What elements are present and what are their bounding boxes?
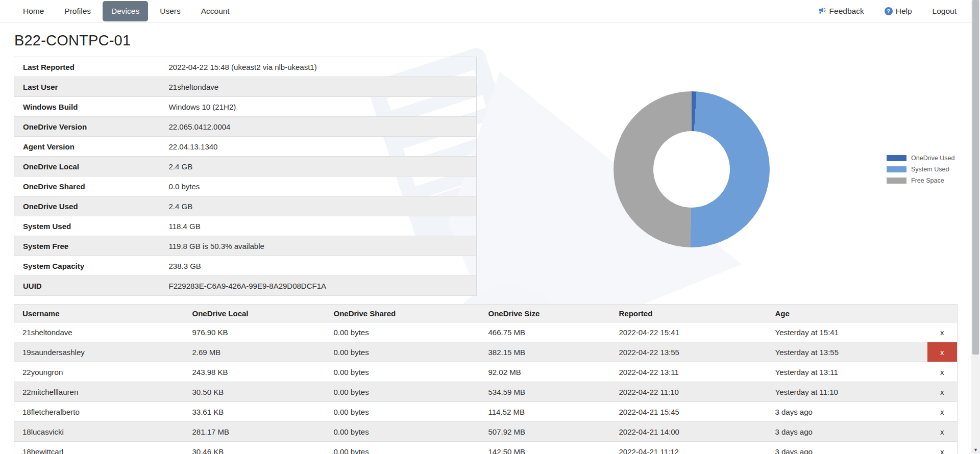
- legend-swatch-onedrive-used: [887, 155, 906, 161]
- detail-label: OneDrive Local: [14, 157, 169, 176]
- delete-user-button[interactable]: x: [927, 422, 958, 442]
- detail-row: UUIDF229283E-C6A9-426A-99E9-8A29D08DCF1A: [14, 276, 477, 296]
- cell-onedrive-local: 281.17 MB: [192, 422, 334, 442]
- col-header-age: Age: [775, 305, 927, 322]
- cell-onedrive-local: 33.61 KB: [192, 402, 334, 422]
- logout-link[interactable]: Logout: [933, 7, 957, 16]
- delete-user-button[interactable]: x: [927, 382, 958, 402]
- detail-label: System Free: [14, 236, 169, 256]
- delete-user-button[interactable]: x: [927, 442, 958, 454]
- cell-age: 3 days ago: [775, 402, 927, 422]
- storage-donut-chart[interactable]: [614, 91, 770, 247]
- detail-value: 22.04.13.1340: [169, 137, 477, 157]
- cell-onedrive-size: 507.92 MB: [488, 422, 619, 442]
- megaphone-icon: [818, 7, 826, 15]
- legend-item-free-space[interactable]: Free Space: [887, 175, 954, 186]
- legend-swatch-system-used: [887, 166, 906, 172]
- cell-onedrive-size: 114.52 MB: [488, 402, 619, 422]
- detail-row: OneDrive Used2.4 GB: [14, 196, 477, 216]
- scrollbar-down-arrow[interactable]: ▼: [971, 445, 980, 454]
- feedback-link[interactable]: Feedback: [818, 7, 864, 16]
- nav-item-devices[interactable]: Devices: [103, 1, 148, 21]
- legend-swatch-free-space: [887, 178, 906, 184]
- cell-onedrive-size: 92.02 MB: [488, 362, 619, 382]
- detail-row: OneDrive Shared0.0 bytes: [14, 176, 477, 196]
- legend-item-onedrive-used[interactable]: OneDrive Used: [887, 153, 954, 164]
- chart-legend: OneDrive Used System Used Free Space: [887, 153, 954, 186]
- cell-age: 3 days ago: [775, 422, 927, 442]
- detail-label: UUID: [14, 276, 169, 296]
- col-header-reported: Reported: [619, 305, 775, 322]
- col-header-onedrive-size: OneDrive Size: [488, 305, 619, 322]
- detail-row: Last User21sheltondave: [14, 77, 477, 97]
- nav-item-account[interactable]: Account: [192, 1, 238, 21]
- detail-value: 118.4 GB: [169, 216, 477, 236]
- table-row: 18lucasvicki 281.17 MB 0.00 bytes 507.92…: [14, 422, 958, 442]
- detail-label: Agent Version: [14, 137, 169, 157]
- legend-label: OneDrive Used: [911, 155, 954, 162]
- detail-value: 2.4 GB: [169, 157, 477, 176]
- detail-label: OneDrive Shared: [14, 176, 169, 196]
- cell-username: 18hewittcarl: [14, 442, 192, 454]
- cell-onedrive-local: 976.90 KB: [192, 322, 334, 342]
- cell-age: Yesterday at 11:10: [775, 382, 927, 402]
- detail-value: 2.4 GB: [169, 196, 477, 216]
- help-label: Help: [896, 7, 912, 16]
- delete-user-button[interactable]: x: [927, 362, 958, 382]
- device-details-table: Last Reported2022-04-22 15:48 (ukeast2 v…: [14, 57, 477, 296]
- cell-reported: 2022-04-22 11:10: [619, 382, 775, 402]
- cell-reported: 2022-04-22 13:55: [619, 342, 775, 362]
- cell-username: 19saundersashley: [14, 342, 192, 362]
- logout-label: Logout: [933, 7, 957, 16]
- detail-label: Last Reported: [14, 57, 169, 77]
- cell-onedrive-local: 30.50 KB: [192, 382, 334, 402]
- cell-onedrive-size: 382.15 MB: [488, 342, 619, 362]
- cell-age: 3 days ago: [775, 442, 927, 454]
- detail-row: Agent Version22.04.13.1340: [14, 137, 477, 157]
- delete-user-button-highlighted[interactable]: x: [927, 342, 958, 362]
- legend-item-system-used[interactable]: System Used: [887, 164, 954, 175]
- scrollbar-thumb[interactable]: [972, 0, 979, 355]
- detail-row: Windows BuildWindows 10 (21H2): [14, 97, 477, 117]
- table-row: 21sheltondave 976.90 KB 0.00 bytes 466.7…: [14, 322, 958, 342]
- users-table: Username OneDrive Local OneDrive Shared …: [14, 304, 958, 454]
- cell-reported: 2022-04-21 11:12: [619, 442, 775, 454]
- cell-onedrive-local: 243.98 KB: [192, 362, 334, 382]
- cell-reported: 2022-04-21 14:00: [619, 422, 775, 442]
- nav-right: Feedback ? Help Logout: [818, 7, 957, 16]
- col-header-onedrive-local: OneDrive Local: [192, 305, 334, 322]
- cell-onedrive-size: 534.59 MB: [488, 382, 619, 402]
- help-link[interactable]: ? Help: [885, 7, 912, 16]
- cell-username: 22mitchelllauren: [14, 382, 192, 402]
- cell-onedrive-size: 142.50 MB: [488, 442, 619, 454]
- cell-age: Yesterday at 13:55: [775, 342, 927, 362]
- detail-row: System Free119.8 GB is 50.3% available: [14, 236, 477, 256]
- cell-onedrive-shared: 0.00 bytes: [334, 442, 488, 454]
- detail-label: Last User: [14, 77, 169, 97]
- cell-onedrive-shared: 0.00 bytes: [334, 342, 488, 362]
- vertical-scrollbar[interactable]: ▼: [971, 0, 980, 454]
- delete-user-button[interactable]: x: [927, 322, 958, 342]
- detail-label: System Capacity: [14, 256, 169, 276]
- cell-age: Yesterday at 13:11: [775, 362, 927, 382]
- detail-value: F229283E-C6A9-426A-99E9-8A29D08DCF1A: [169, 276, 477, 296]
- detail-value: Windows 10 (21H2): [169, 97, 477, 117]
- cell-username: 18fletcheralberto: [14, 402, 192, 422]
- detail-value: 0.0 bytes: [169, 176, 477, 196]
- nav-left: Home Profiles Devices Users Account: [14, 0, 238, 22]
- detail-row: Last Reported2022-04-22 15:48 (ukeast2 v…: [14, 57, 477, 77]
- table-row: 19saundersashley 2.69 MB 0.00 bytes 382.…: [14, 342, 958, 362]
- cell-onedrive-local: 30.46 KB: [192, 442, 334, 454]
- delete-user-button[interactable]: x: [927, 402, 958, 422]
- cell-onedrive-shared: 0.00 bytes: [334, 362, 488, 382]
- detail-row: System Capacity238.3 GB: [14, 256, 477, 276]
- feedback-label: Feedback: [829, 7, 864, 16]
- nav-item-profiles[interactable]: Profiles: [56, 1, 100, 21]
- detail-label: OneDrive Version: [14, 117, 169, 137]
- cell-onedrive-shared: 0.00 bytes: [334, 402, 488, 422]
- nav-item-users[interactable]: Users: [151, 1, 189, 21]
- cell-username: 22youngron: [14, 362, 192, 382]
- col-header-username: Username: [14, 305, 192, 322]
- nav-item-home[interactable]: Home: [14, 1, 53, 21]
- users-table-header: Username OneDrive Local OneDrive Shared …: [14, 305, 958, 322]
